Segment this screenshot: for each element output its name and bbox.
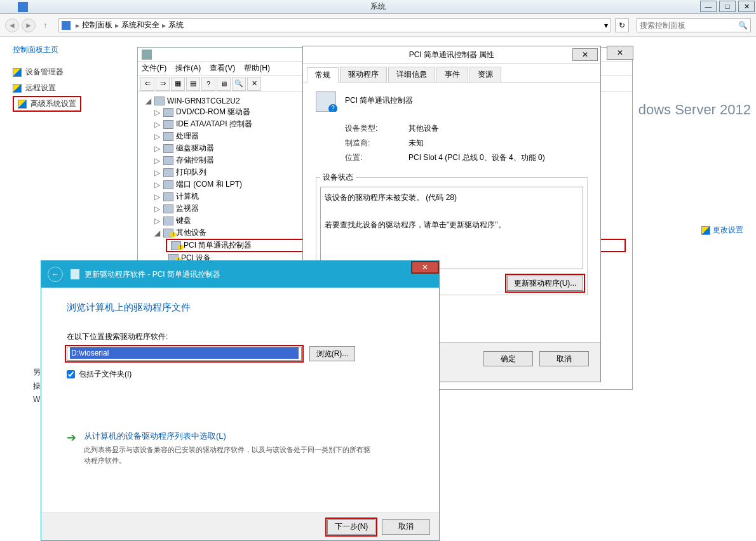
tb-back[interactable]: ⇐ <box>140 77 154 91</box>
breadcrumb-dropdown[interactable]: ▾ <box>604 21 608 30</box>
device-big-icon <box>316 91 336 112</box>
tab-events[interactable]: 事件 <box>436 67 468 82</box>
path-input[interactable] <box>70 347 299 359</box>
path-combobox[interactable] <box>67 347 302 361</box>
pick-from-list-option[interactable]: ➔ 从计算机的设备驱动程序列表中选取(L) 此列表将显示与该设备兼容的已安装的驱… <box>67 431 414 465</box>
breadcrumb[interactable]: ▸ 控制面板 ▸ 系统和安全 ▸ 系统 ▾ <box>58 18 611 32</box>
breadcrumb-sep: ▸ <box>162 21 166 30</box>
breadcrumb-sep: ▸ <box>115 21 119 30</box>
mfr-label: 制造商: <box>345 138 408 149</box>
refresh-button[interactable]: ↻ <box>615 18 629 32</box>
props-tabs: 常规 驱动程序 详细信息 事件 资源 <box>303 64 600 83</box>
nav-back-button[interactable]: ◄ <box>5 18 19 32</box>
shield-icon <box>13 84 22 93</box>
wizard-close-button[interactable]: ✕ <box>411 261 439 274</box>
props-close-button[interactable]: ✕ <box>572 48 598 61</box>
background-text-peek: 另 操 W <box>33 366 41 407</box>
breadcrumb-sep: ▸ <box>76 21 79 30</box>
sidebar-item-advanced[interactable]: 高级系统设置 <box>13 96 81 112</box>
computer-icon <box>163 192 173 201</box>
menu-file[interactable]: 文件(F) <box>142 63 166 74</box>
wizard-cancel-button[interactable]: 取消 <box>382 519 430 535</box>
loc-label: 位置: <box>345 152 408 163</box>
breadcrumb-item[interactable]: 系统 <box>168 20 184 30</box>
sidebar-item-label: 远程设置 <box>25 83 56 93</box>
shield-icon <box>18 100 27 109</box>
mfr-value: 未知 <box>408 138 424 149</box>
nav-up-button[interactable]: ↑ <box>38 18 52 32</box>
address-bar: ◄ ► ↑ ▸ 控制面板 ▸ 系统和安全 ▸ 系统 ▾ ↻ 🔍 <box>0 14 756 37</box>
tab-driver[interactable]: 驱动程序 <box>340 67 387 82</box>
change-settings-label: 更改设置 <box>713 225 743 236</box>
tb-help[interactable]: ? <box>201 77 215 91</box>
loc-value: PCI Slot 4 (PCI 总线 0、设备 4、功能 0) <box>408 152 545 163</box>
wizard-back-button[interactable]: ← <box>48 267 63 282</box>
sidebar-header[interactable]: 控制面板主页 <box>13 44 127 55</box>
control-panel-icon <box>62 21 71 30</box>
devmgr-close-button[interactable]: ✕ <box>607 46 633 60</box>
include-subfolders-label: 包括子文件夹(I) <box>79 369 132 380</box>
window-controls: — □ ✕ <box>699 0 756 13</box>
tb-scan[interactable]: 🔍 <box>232 77 246 91</box>
window-title: 系统 <box>370 1 386 12</box>
wizard-footer: 下一步(N) 取消 <box>41 512 439 540</box>
sidebar-item-remote[interactable]: 远程设置 <box>13 80 127 96</box>
search-input[interactable] <box>640 21 738 30</box>
type-value: 其他设备 <box>408 123 439 134</box>
menu-help[interactable]: 帮助(H) <box>244 63 270 74</box>
tb-remove[interactable]: ✕ <box>247 77 261 91</box>
ok-button[interactable]: 确定 <box>483 351 533 366</box>
tab-details[interactable]: 详细信息 <box>388 67 435 82</box>
wizard-body: 浏览计算机上的驱动程序文件 在以下位置搜索驱动程序软件: 浏览(R)... 包括… <box>41 288 439 479</box>
cpu-icon <box>163 132 173 141</box>
cancel-button[interactable]: 取消 <box>539 351 589 366</box>
breadcrumb-item[interactable]: 系统和安全 <box>121 20 159 30</box>
option-desc: 此列表将显示与该设备兼容的已安装的驱动程序软件，以及与该设备处于同一类别下的所有… <box>84 444 376 465</box>
shield-icon <box>13 68 22 77</box>
wizard-icon <box>71 269 79 279</box>
port-icon <box>163 180 173 189</box>
menu-view[interactable]: 查看(V) <box>210 63 235 74</box>
tb-view2[interactable]: ▤ <box>186 77 200 91</box>
wizard-heading: 浏览计算机上的驱动程序文件 <box>67 302 414 314</box>
tab-general[interactable]: 常规 <box>307 67 339 83</box>
wizard-titlebar: ← 更新驱动程序软件 - PCI 简单通讯控制器 ✕ <box>41 261 439 288</box>
menu-action[interactable]: 操作(A) <box>175 63 201 74</box>
keyboard-icon <box>163 217 173 225</box>
search-box[interactable]: 🔍 <box>637 18 751 32</box>
other-devices-icon <box>163 229 173 237</box>
nav-forward-button[interactable]: ► <box>22 18 36 32</box>
props-title: PCI 简单通讯控制器 属性 <box>409 50 495 60</box>
tb-computer[interactable]: 🖥 <box>217 77 231 91</box>
status-legend: 设备状态 <box>320 172 356 183</box>
system-icon <box>18 2 28 12</box>
status-line: 该设备的驱动程序未被安装。 (代码 28) <box>325 191 579 205</box>
update-driver-wizard: ← 更新驱动程序软件 - PCI 简单通讯控制器 ✕ 浏览计算机上的驱动程序文件… <box>41 260 440 541</box>
sidebar-item-device-manager[interactable]: 设备管理器 <box>13 64 127 80</box>
sidebar: 控制面板主页 设备管理器 远程设置 高级系统设置 <box>13 44 127 112</box>
minimize-button[interactable]: — <box>700 1 717 12</box>
maximize-button[interactable]: □ <box>719 1 736 12</box>
arrow-icon: ➔ <box>67 431 76 465</box>
status-line: 若要查找此设备的驱动程序，请单击"更新驱动程序"。 <box>325 218 579 232</box>
tab-resources[interactable]: 资源 <box>469 67 501 82</box>
change-settings-link[interactable]: 更改设置 <box>701 225 743 236</box>
update-driver-button[interactable]: 更新驱动程序(U)... <box>507 276 583 291</box>
disk-icon <box>163 144 173 153</box>
status-textbox[interactable]: 该设备的驱动程序未被安装。 (代码 28) 若要查找此设备的驱动程序，请单击"更… <box>320 187 583 269</box>
include-subfolders-checkbox[interactable] <box>67 370 75 378</box>
close-button[interactable]: ✕ <box>738 1 755 12</box>
browse-button[interactable]: 浏览(R)... <box>309 346 355 361</box>
tb-forward[interactable]: ⇒ <box>156 77 170 91</box>
warning-device-icon <box>171 241 181 250</box>
dvd-icon <box>163 108 173 117</box>
next-button[interactable]: 下一步(N) <box>327 519 375 535</box>
tb-view1[interactable]: ▦ <box>171 77 185 91</box>
windows-server-brand: dows Server 2012 <box>638 102 751 118</box>
shield-icon <box>701 226 710 235</box>
search-icon: 🔍 <box>738 21 748 30</box>
type-label: 设备类型: <box>345 123 408 134</box>
devmgr-icon <box>142 50 152 60</box>
path-label: 在以下位置搜索驱动程序软件: <box>67 331 414 342</box>
breadcrumb-item[interactable]: 控制面板 <box>82 20 112 30</box>
